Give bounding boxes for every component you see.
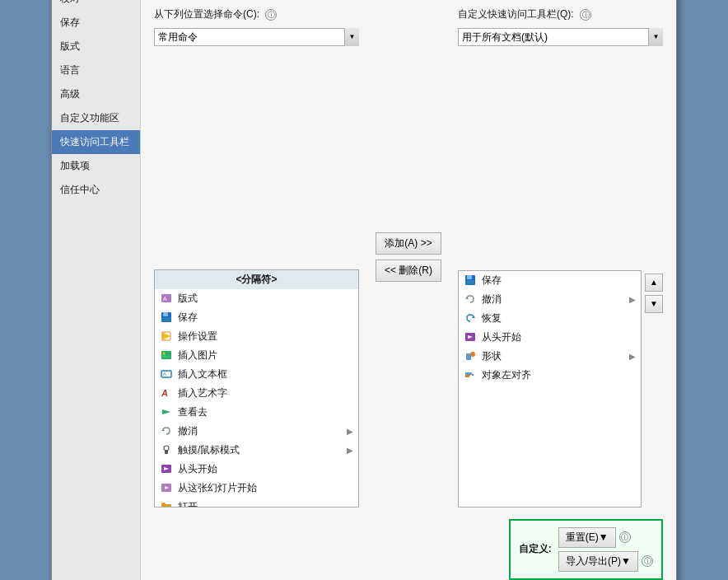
customize-section: 自定义: 重置(E)▼ ⓘ 导入/导出(P)▼ ⓘ	[509, 519, 663, 580]
list-item-insert-picture[interactable]: 插入图片	[155, 346, 358, 365]
right-dropdown-wrapper: 用于所有文档(默认) ▼	[458, 28, 663, 265]
list-item-format[interactable]: A 版式	[155, 289, 358, 308]
list-item-insert-textbox[interactable]: A 插入文本框	[155, 365, 358, 384]
right-commands-list[interactable]: 保存 撤消 ▶	[458, 270, 642, 508]
reset-info-icon[interactable]: ⓘ	[619, 531, 631, 543]
svg-rect-21	[165, 450, 168, 454]
svg-rect-53	[467, 275, 472, 279]
sidebar-item-trust-center[interactable]: 信任中心	[52, 178, 140, 202]
sidebar-item-save[interactable]: 保存	[52, 11, 140, 35]
wordart-icon: A	[160, 386, 173, 400]
svg-point-14	[163, 353, 166, 355]
list-item-separator[interactable]: <分隔符>	[155, 270, 358, 289]
fromstart-icon	[160, 462, 173, 475]
importexport-info-icon[interactable]: ⓘ	[642, 555, 653, 567]
left-commands-list[interactable]: <分隔符> A 版式	[154, 269, 359, 508]
svg-rect-13	[161, 351, 171, 359]
list-item-save[interactable]: 保存	[155, 308, 358, 327]
add-button[interactable]: 添加(A) >>	[376, 232, 441, 255]
remove-button[interactable]: << 删除(R)	[376, 260, 441, 282]
save-icon	[160, 311, 173, 324]
svg-rect-9	[163, 312, 168, 316]
sidebar-item-proofing[interactable]: 校对	[52, 0, 140, 11]
right-item-shape[interactable]: 形状 ▶	[459, 347, 641, 366]
right-info-icon[interactable]: ⓘ	[580, 9, 591, 21]
mid-buttons: 添加(A) >> << 删除(R)	[371, 7, 446, 508]
view-icon	[160, 405, 173, 419]
list-item-touch[interactable]: 触摸/鼠标模式 ▶	[155, 441, 358, 460]
right-scroll-buttons: ▲ ▼	[645, 270, 663, 508]
sidebar-item-quick-access[interactable]: 快速访问工具栏	[52, 130, 140, 154]
right-item-redo[interactable]: 恢复	[459, 309, 641, 328]
list-item-open[interactable]: 打开	[155, 498, 358, 508]
reset-button[interactable]: 重置(E)▼	[558, 527, 616, 548]
right-dropdown[interactable]: 用于所有文档(默认)	[458, 28, 663, 46]
right-shape-icon	[464, 349, 477, 362]
sidebar-item-advanced[interactable]: 高级	[52, 82, 140, 106]
right-undo-arrow: ▶	[629, 295, 636, 304]
sidebar-item-addins[interactable]: 加载项	[52, 154, 140, 178]
svg-text:A: A	[161, 388, 168, 398]
right-dropdown-label: 自定义快速访问工具栏(Q): ⓘ	[458, 7, 663, 21]
right-undo-icon	[464, 292, 477, 306]
import-export-row: 导入/导出(P)▼ ⓘ	[558, 551, 653, 572]
svg-marker-18	[162, 409, 170, 414]
undo-icon	[160, 424, 173, 437]
svg-marker-11	[162, 332, 170, 340]
list-item-insert-wordart[interactable]: A 插入艺术字	[155, 384, 358, 403]
svg-rect-63	[465, 375, 469, 377]
right-shape-arrow: ▶	[629, 352, 636, 361]
textbox-icon: A	[160, 367, 173, 381]
dialog-window: P PowerPoint 选项 ? ✕ 常规 校对 保存 版式 语言 高级 自定…	[51, 0, 677, 580]
action-icon	[160, 330, 173, 343]
touch-icon	[160, 443, 173, 456]
undo-arrow: ▶	[347, 427, 353, 436]
svg-text:A: A	[163, 372, 166, 377]
open-icon	[160, 500, 173, 508]
right-column: 自定义快速访问工具栏(Q): ⓘ 用于所有文档(默认) ▼	[458, 7, 663, 508]
list-item-from-slide[interactable]: 从这张幻灯片开始	[155, 479, 358, 498]
picture-icon	[160, 348, 173, 362]
customize-label: 自定义:	[519, 542, 552, 556]
fromslide-icon	[160, 481, 173, 494]
sidebar-item-language[interactable]: 语言	[52, 58, 140, 82]
format-icon: A	[160, 292, 173, 305]
right-redo-icon	[464, 311, 477, 325]
scroll-up-button[interactable]: ▲	[645, 274, 663, 292]
sidebar-item-customize-ribbon[interactable]: 自定义功能区	[52, 106, 140, 130]
import-export-button[interactable]: 导入/导出(P)▼	[558, 551, 638, 572]
main-content: 自定义快速访问工具栏。 从下列位置选择命令(C): ⓘ 常用命令 ▼	[141, 0, 676, 580]
left-column: 从下列位置选择命令(C): ⓘ 常用命令 ▼ <分隔符>	[154, 7, 359, 508]
right-item-undo[interactable]: 撤消 ▶	[459, 290, 641, 309]
list-item-action[interactable]: 操作设置	[155, 327, 358, 346]
sidebar: 常规 校对 保存 版式 语言 高级 自定义功能区 快速访问工具栏 加载项 信任中…	[52, 0, 141, 580]
left-dropdown-label: 从下列位置选择命令(C): ⓘ	[154, 7, 359, 21]
right-item-fromstart[interactable]: 从头开始	[459, 328, 641, 347]
svg-rect-10	[162, 317, 170, 321]
customize-buttons: 重置(E)▼ ⓘ 导入/导出(P)▼ ⓘ	[558, 527, 653, 572]
right-item-save[interactable]: 保存	[459, 271, 641, 290]
reset-row: 重置(E)▼ ⓘ	[558, 527, 653, 548]
svg-rect-54	[466, 280, 474, 284]
left-dropdown-wrapper: 常用命令 ▼	[154, 28, 359, 264]
list-item-undo[interactable]: 撤消 ▶	[155, 422, 358, 441]
svg-point-60	[470, 352, 475, 357]
left-info-icon[interactable]: ⓘ	[265, 9, 277, 21]
list-item-from-start[interactable]: 从头开始	[155, 460, 358, 479]
two-column-layout: 从下列位置选择命令(C): ⓘ 常用命令 ▼ <分隔符>	[154, 7, 663, 508]
left-dropdown[interactable]: 常用命令	[154, 28, 359, 46]
touch-arrow: ▶	[347, 446, 353, 455]
bottom-area: 自定义: 重置(E)▼ ⓘ 导入/导出(P)▼ ⓘ	[154, 519, 663, 581]
sidebar-item-layout[interactable]: 版式	[52, 35, 140, 58]
right-save-icon	[464, 274, 477, 287]
right-align-icon	[464, 368, 477, 381]
dialog-body: 常规 校对 保存 版式 语言 高级 自定义功能区 快速访问工具栏 加载项 信任中…	[52, 0, 676, 580]
scroll-down-button[interactable]: ▼	[645, 295, 663, 313]
right-item-align[interactable]: 对象左对齐	[459, 366, 641, 385]
svg-text:A: A	[163, 296, 167, 302]
right-fromstart-icon	[464, 330, 477, 344]
list-item-view[interactable]: 查看去	[155, 403, 358, 422]
svg-rect-62	[465, 372, 472, 375]
